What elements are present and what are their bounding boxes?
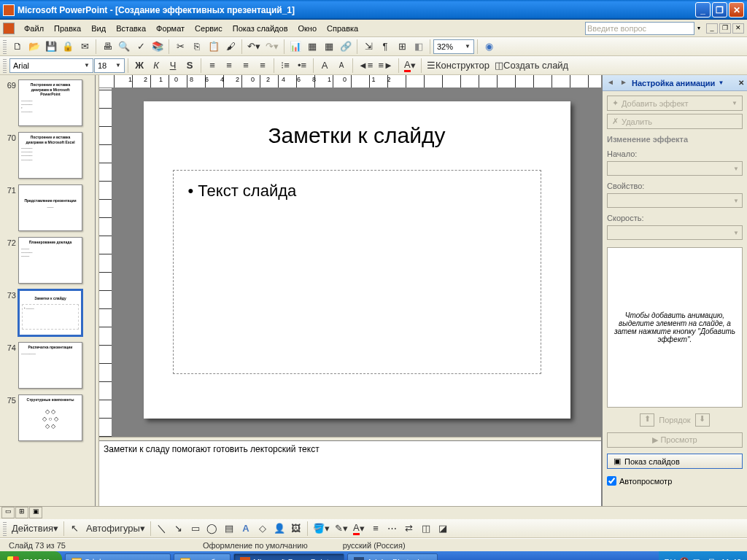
- email-button[interactable]: ✉: [77, 39, 93, 55]
- clipart-button[interactable]: 👤: [271, 521, 287, 537]
- notes-pane[interactable]: Заметки к сладу помогают готовить лектор…: [99, 440, 601, 506]
- slide-body-placeholder[interactable]: Текст слайда: [173, 170, 541, 374]
- mdi-minimize[interactable]: _: [706, 23, 718, 34]
- bold-button[interactable]: Ж: [131, 58, 147, 74]
- dash-style-button[interactable]: ⋯: [384, 521, 400, 537]
- color-button[interactable]: ◧: [411, 39, 427, 55]
- move-up-button[interactable]: ⬆: [640, 413, 654, 427]
- undo-button[interactable]: ↶▾: [245, 39, 263, 55]
- task-close-button[interactable]: ✕: [738, 79, 744, 87]
- thumbnail-72[interactable]: 72 Планирование доклада–––––––––––––––––: [0, 234, 95, 287]
- toolbar-grip[interactable]: [3, 39, 7, 54]
- decrease-font-button[interactable]: A: [333, 58, 349, 74]
- paste-button[interactable]: 📋: [206, 39, 222, 55]
- save-button[interactable]: 💾: [43, 39, 59, 55]
- cut-button[interactable]: ✂: [172, 39, 188, 55]
- tables-borders-button[interactable]: ▦: [321, 39, 337, 55]
- menu-edit[interactable]: Правка: [49, 23, 86, 34]
- menu-window[interactable]: Окно: [293, 23, 322, 34]
- document-icon[interactable]: [3, 23, 15, 34]
- thumbnail-73[interactable]: 73 Заметки к слайду• –––––: [0, 287, 95, 339]
- delete-effect-button[interactable]: ✗ Удалить: [607, 114, 743, 129]
- maximize-button[interactable]: ❐: [712, 2, 727, 18]
- diagram-button[interactable]: ◇: [255, 521, 271, 537]
- mdi-restore[interactable]: ❐: [719, 23, 731, 34]
- speed-combo[interactable]: ▼: [607, 225, 743, 240]
- select-objects-button[interactable]: ↖: [67, 521, 83, 537]
- menu-file[interactable]: Файл: [19, 23, 49, 34]
- rectangle-button[interactable]: ▭: [187, 521, 204, 537]
- taskbar-item-3[interactable]: Adobe Photoshop: [347, 553, 437, 560]
- horizontal-ruler[interactable]: 121086420246810 12: [99, 75, 601, 88]
- menu-insert[interactable]: Вставка: [111, 23, 151, 34]
- move-down-button[interactable]: ⬇: [695, 413, 710, 427]
- align-justify-button[interactable]: ≡: [255, 58, 271, 74]
- oval-button[interactable]: ◯: [204, 521, 220, 537]
- autoshapes-button[interactable]: Автофигуры▾: [84, 521, 147, 537]
- taskbar-item-1[interactable]: декабрь: [174, 553, 231, 560]
- align-left-button[interactable]: ≡: [204, 58, 220, 74]
- thumbnail-71[interactable]: 71 Представление презентации––––: [0, 182, 95, 234]
- new-slide-button[interactable]: ◫ Создать слайд: [492, 58, 570, 74]
- toolbar-grip[interactable]: [3, 521, 7, 536]
- increase-indent-button[interactable]: ≡►: [376, 58, 395, 74]
- draw-actions-button[interactable]: Действия▾: [9, 521, 61, 537]
- slideshow-button[interactable]: ▣ Показ слайдов: [607, 454, 743, 469]
- show-formatting-button[interactable]: ¶: [377, 39, 393, 55]
- print-preview-button[interactable]: 🔍: [116, 39, 132, 55]
- task-forward-icon[interactable]: ►: [619, 78, 629, 88]
- slide-bullet-1[interactable]: Текст слайда: [188, 182, 526, 201]
- permission-button[interactable]: 🔒: [60, 39, 76, 55]
- slide-canvas[interactable]: Заметки к слайду Текст слайда: [112, 88, 601, 437]
- shadow-button[interactable]: S: [182, 58, 198, 74]
- toolbar-grip[interactable]: [3, 58, 7, 73]
- taskbar-item-0[interactable]: Эффективные през...: [65, 553, 171, 560]
- mdi-close[interactable]: ✕: [732, 23, 744, 34]
- print-button[interactable]: 🖶: [99, 39, 115, 55]
- increase-font-button[interactable]: A: [317, 58, 333, 74]
- start-button[interactable]: пуск: [0, 551, 62, 560]
- thumbnail-74[interactable]: 74 Распечатка презентации–––––––––: [0, 339, 95, 392]
- task-back-icon[interactable]: ◄: [605, 78, 616, 88]
- thumbnail-69[interactable]: 69 Построение и вставка диаграмм в Micro…: [0, 77, 95, 129]
- arrow-button[interactable]: ↘: [171, 521, 187, 537]
- menu-tools[interactable]: Сервис: [190, 23, 228, 34]
- slideshow-view-button[interactable]: ▣: [29, 507, 42, 518]
- redo-button[interactable]: ↷▾: [263, 39, 281, 55]
- add-effect-button[interactable]: ✦ Добавить эффект ▼: [607, 96, 743, 111]
- menu-help[interactable]: Справка: [322, 23, 363, 34]
- fill-color-button[interactable]: 🪣▾: [311, 521, 332, 537]
- close-button[interactable]: ✕: [729, 2, 744, 18]
- taskbar-item-2[interactable]: Microsoft PowerPoint ...: [233, 553, 344, 560]
- menu-slideshow[interactable]: Показ слайдов: [228, 23, 293, 34]
- copy-button[interactable]: ⎘: [189, 39, 205, 55]
- open-button[interactable]: 📂: [26, 39, 42, 55]
- tray-icon-3[interactable]: 🖥: [707, 557, 717, 560]
- align-center-button[interactable]: ≡: [221, 58, 237, 74]
- line-style-button[interactable]: ≡: [368, 521, 384, 537]
- thumbnail-75[interactable]: 75 Структурные компоненты◇ ◇◇ ○ ◇◇ ◇: [0, 392, 95, 444]
- help-button[interactable]: ◉: [481, 39, 497, 55]
- sorter-view-button[interactable]: ⊞: [15, 507, 28, 518]
- task-menu-dropdown[interactable]: ▼: [718, 79, 724, 86]
- current-slide[interactable]: Заметки к слайду Текст слайда: [144, 101, 570, 419]
- zoom-combo[interactable]: 32%▼: [433, 39, 474, 54]
- spelling-button[interactable]: ✓: [133, 39, 149, 55]
- preview-button[interactable]: ▶ Просмотр: [607, 432, 743, 448]
- italic-button[interactable]: К: [148, 58, 164, 74]
- menu-view[interactable]: Вид: [86, 23, 111, 34]
- insert-table-button[interactable]: ▦: [304, 39, 320, 55]
- slide-title[interactable]: Заметки к слайду: [173, 123, 541, 148]
- research-button[interactable]: 📚: [150, 39, 166, 55]
- line-button[interactable]: ＼: [154, 521, 170, 537]
- expand-all-button[interactable]: ⇲: [360, 39, 376, 55]
- numbering-button[interactable]: ⁝≡: [277, 58, 293, 74]
- line-color-button[interactable]: ✎▾: [333, 521, 350, 537]
- tray-icon-2[interactable]: ✉: [693, 557, 703, 560]
- font-color-button[interactable]: A▾: [402, 58, 418, 74]
- slide-thumbnails-panel[interactable]: 69 Построение и вставка диаграмм в Micro…: [0, 75, 96, 506]
- insert-hyperlink-button[interactable]: 🔗: [338, 39, 354, 55]
- menu-format[interactable]: Формат: [151, 23, 190, 34]
- arrow-style-button[interactable]: ⇄: [401, 521, 417, 537]
- insert-chart-button[interactable]: 📊: [287, 39, 303, 55]
